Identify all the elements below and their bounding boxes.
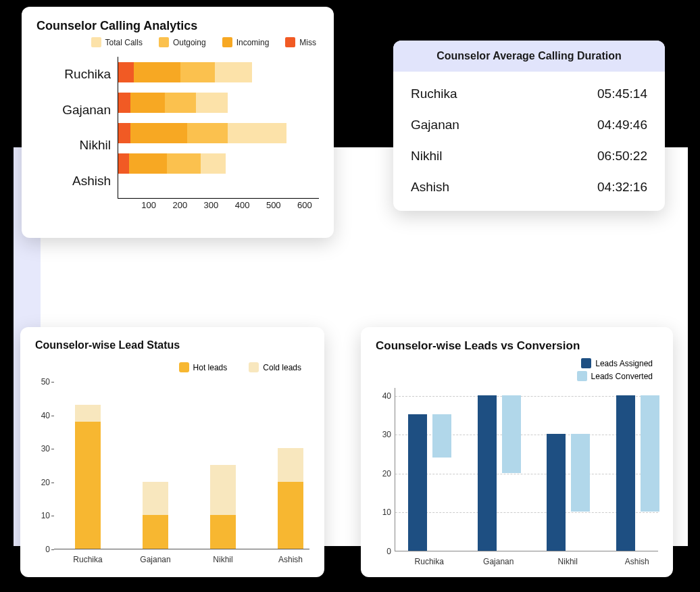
table-row: Gajanan04:49:46 <box>411 109 647 141</box>
card-lead-status: Counselor-wise Lead Status Hot leads Col… <box>20 327 324 577</box>
y-tick-label: 40 <box>34 411 50 420</box>
bar-group <box>616 395 659 551</box>
chart-area: RuchikaGajananNikhilAshish 1002003004005… <box>36 57 319 199</box>
x-category-label: Nikhil <box>213 555 232 564</box>
bar-segment-cold <box>278 448 303 482</box>
y-tick-label: 30 <box>34 444 50 453</box>
legend-incoming: Incoming <box>222 37 270 47</box>
swatch-icon <box>159 37 169 47</box>
duration-value: 05:45:14 <box>597 87 647 101</box>
table-header: Counselor Average Calling Duration <box>393 41 665 72</box>
y-tick-mark <box>51 382 54 383</box>
duration-value: 04:49:46 <box>597 118 647 132</box>
legend-outgoing: Outgoing <box>159 37 206 47</box>
bar-row <box>118 123 286 143</box>
x-category-label: Gajanan <box>140 555 170 564</box>
bar-segment <box>228 123 287 143</box>
bar-converted <box>432 414 451 457</box>
table-row: Ruchika05:45:14 <box>411 78 647 109</box>
x-category-label: Ruchika <box>415 557 444 566</box>
bar-segment <box>118 62 134 82</box>
chart-title: Counselor-wise Lead Status <box>35 339 309 351</box>
bar-segment <box>130 123 186 143</box>
bar-column <box>143 482 168 549</box>
chart-x-axis: 100200300400500600 <box>118 200 319 214</box>
swatch-icon <box>249 362 259 372</box>
x-category-label: Nikhil <box>558 557 578 566</box>
counselor-name: Gajanan <box>411 118 459 132</box>
y-tick-label: 0 <box>34 545 50 554</box>
swatch-icon <box>91 37 101 47</box>
chart-legend: Leads Assigned Leads Converted <box>376 358 658 381</box>
swatch-icon <box>222 37 232 47</box>
chart-plot <box>118 57 319 199</box>
bar-segment-cold <box>75 405 101 422</box>
card-calling-analytics: Counselor Calling Analytics Total Calls … <box>22 7 334 238</box>
bar-segment-hot <box>143 515 168 549</box>
bar-column <box>75 405 101 549</box>
x-category-label: Ruchika <box>73 555 102 564</box>
bar-column <box>278 448 303 549</box>
chart-plot: 010203040 <box>395 388 658 551</box>
y-tick-label: 30 <box>376 430 391 439</box>
x-tick-label: 200 <box>172 200 187 210</box>
legend-hot-leads: Hot leads <box>179 362 228 372</box>
bar-assigned <box>478 395 497 551</box>
bar-segment <box>118 123 130 143</box>
chart-legend: Total Calls Outgoing Incoming Miss <box>36 37 319 47</box>
bar-segment <box>201 153 226 174</box>
x-tick-label: 600 <box>297 200 312 210</box>
bar-assigned <box>547 434 566 551</box>
bar-group <box>478 395 521 551</box>
bar-segment-hot <box>278 482 303 549</box>
bar-segment <box>130 93 165 113</box>
y-tick-label: 20 <box>34 478 50 487</box>
bar-assigned <box>616 395 635 551</box>
chart-x-axis: RuchikaGajananNikhilAshish <box>54 555 309 571</box>
bar-row <box>118 62 252 82</box>
x-tick-label: 100 <box>141 200 156 210</box>
bar-group <box>408 414 451 551</box>
swatch-icon <box>577 371 587 381</box>
bar-segment <box>129 153 166 174</box>
bar-segment <box>118 153 129 174</box>
y-category-label: Nikhil <box>36 128 111 164</box>
bar-segment <box>187 123 228 143</box>
chart-y-labels: RuchikaGajananNikhilAshish <box>36 57 118 199</box>
y-category-label: Ruchika <box>36 57 111 93</box>
legend-cold-leads: Cold leads <box>249 362 301 372</box>
x-category-label: Gajanan <box>483 557 514 566</box>
bar-row <box>118 153 226 174</box>
bar-segment <box>196 93 227 113</box>
y-tick-mark <box>51 416 54 416</box>
y-tick-label: 20 <box>376 469 391 478</box>
bar-segment <box>180 62 215 82</box>
y-tick-mark <box>51 549 54 550</box>
bar-segment-hot <box>75 422 101 549</box>
bar-segment <box>215 62 252 82</box>
legend-leads-converted: Leads Converted <box>577 371 653 381</box>
x-tick-label: 500 <box>266 200 281 210</box>
bar-segment <box>118 93 130 113</box>
y-category-label: Gajanan <box>36 93 111 128</box>
duration-value: 06:50:22 <box>597 149 647 164</box>
x-category-label: Ashish <box>625 557 649 566</box>
x-tick-label: 300 <box>204 200 219 210</box>
legend-leads-assigned: Leads Assigned <box>581 358 653 368</box>
y-tick-mark <box>51 449 54 449</box>
legend-total-calls: Total Calls <box>91 37 143 47</box>
bar-converted <box>502 395 521 473</box>
swatch-icon <box>179 362 189 372</box>
table-row: Nikhil06:50:22 <box>411 141 647 172</box>
bar-segment-hot <box>210 515 236 549</box>
y-tick-label: 0 <box>376 547 391 556</box>
chart-plot: 01020304050 <box>54 382 309 549</box>
card-leads-conversion: Counselor-wise Leads vs Conversion Leads… <box>361 327 673 577</box>
bar-segment-cold <box>143 482 168 516</box>
x-category-label: Ashish <box>278 555 303 564</box>
y-tick-label: 10 <box>376 508 391 517</box>
y-tick-label: 50 <box>34 377 50 387</box>
counselor-name: Ashish <box>411 180 449 195</box>
x-tick-label: 400 <box>235 200 250 210</box>
swatch-icon <box>285 37 295 47</box>
